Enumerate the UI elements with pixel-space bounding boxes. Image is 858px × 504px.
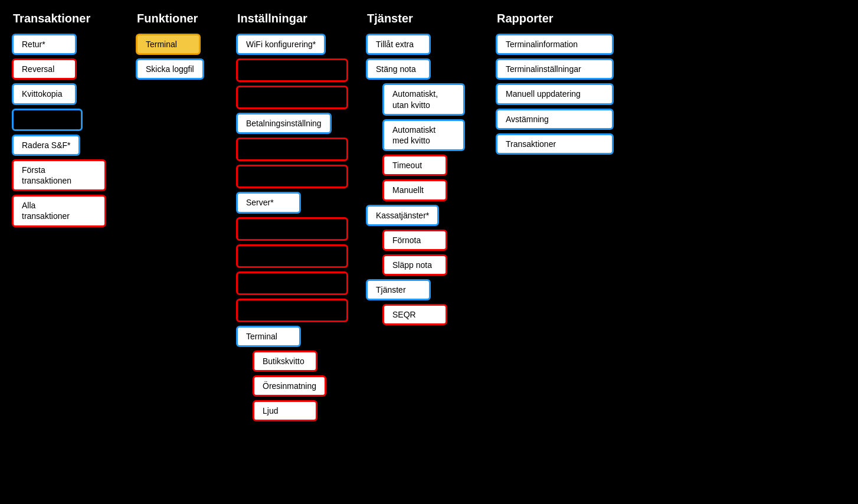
item-fornota[interactable]: Förnota [382,230,447,251]
item-black-5[interactable] [236,217,348,241]
header-rapporter: Rapporter [496,12,555,25]
item-butikskvitto[interactable]: Butikskvitto [253,351,317,372]
item-black-2[interactable] [236,86,348,109]
main-layout: Transaktioner Retur* Reversal Kvittokopi… [6,6,852,427]
item-ljud[interactable]: Ljud [253,400,317,421]
tjanster-list: Tillåt extra Stäng nota Automatiskt,utan… [366,34,465,325]
item-black-4[interactable] [236,165,348,188]
item-black-7[interactable] [236,271,348,295]
item-forsta-transaktionen[interactable]: Förstatransaktionen [12,159,106,191]
item-server[interactable]: Server* [236,192,301,213]
rapporter-list: Terminalinformation Terminalinställninga… [496,34,614,155]
item-automatiskt-med[interactable]: Automatisktmed kvitto [382,119,465,151]
item-black-3[interactable] [236,138,348,161]
item-black-1[interactable] [236,58,348,82]
header-installningar: Inställningar [236,12,309,25]
col-tjanster: Tjänster Tillåt extra Stäng nota Automat… [366,12,490,325]
item-alla-transaktioner[interactable]: Allatransaktioner [12,195,106,227]
item-terminalinfo[interactable]: Terminalinformation [496,34,614,55]
item-tjanster[interactable]: Tjänster [366,279,431,300]
col-rapporter: Rapporter Terminalinformation Terminalin… [496,12,626,155]
item-manuell-uppdatering[interactable]: Manuell uppdatering [496,83,614,104]
item-transaktioner-rap[interactable]: Transaktioner [496,133,614,155]
col-transaktioner: Transaktioner Retur* Reversal Kvittokopi… [12,12,130,227]
funktioner-list: Terminal Skicka loggfil [136,34,204,80]
transaktioner-list: Retur* Reversal Kvittokopia Radera S&F* … [12,34,106,227]
item-kassatjanster[interactable]: Kassatjänster* [366,205,439,226]
header-tjanster: Tjänster [366,12,414,25]
header-transaktioner: Transaktioner [12,12,91,25]
item-seqr[interactable]: SEQR [382,304,447,325]
item-blank-1[interactable] [12,109,83,131]
item-stang-nota[interactable]: Stäng nota [366,58,431,80]
col-funktioner: Funktioner Terminal Skicka loggfil [136,12,230,80]
item-wifi[interactable]: WiFi konfigurering* [236,34,326,55]
item-reversal[interactable]: Reversal [12,58,77,80]
item-automatiskt-utan[interactable]: Automatiskt,utan kvitto [382,83,465,115]
item-skicka-loggfil[interactable]: Skicka loggfil [136,58,204,80]
item-manuellt[interactable]: Manuellt [382,179,447,201]
item-oresinmatning[interactable]: Öresinmatning [253,375,326,397]
item-black-8[interactable] [236,299,348,322]
header-funktioner: Funktioner [136,12,199,25]
item-black-6[interactable] [236,244,348,268]
item-terminalinst[interactable]: Terminalinställningar [496,58,614,80]
item-retur[interactable]: Retur* [12,34,77,55]
item-radera-sf[interactable]: Radera S&F* [12,135,80,156]
installningar-list: WiFi konfigurering* Betalningsinställnin… [236,34,348,421]
item-terminal-inst[interactable]: Terminal [236,326,301,347]
item-kvittokopia[interactable]: Kvittokopia [12,83,77,104]
item-terminal-funktioner[interactable]: Terminal [136,34,201,55]
col-installningar: Inställningar WiFi konfigurering* Betaln… [236,12,360,421]
item-avstamning[interactable]: Avstämning [496,109,614,130]
item-timeout[interactable]: Timeout [382,155,447,176]
item-tillat-extra[interactable]: Tillåt extra [366,34,431,55]
item-betalningsinst[interactable]: Betalningsinställning [236,113,332,134]
item-slapp-nota[interactable]: Släpp nota [382,254,447,276]
